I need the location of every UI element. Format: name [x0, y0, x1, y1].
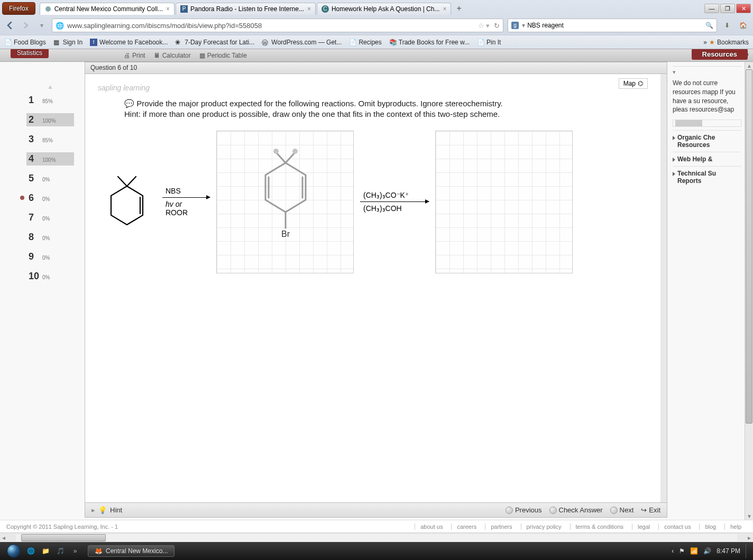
- url-bar[interactable]: 🌐 www.saplinglearning.com/ibiscms/mod/ib…: [52, 19, 503, 32]
- history-button[interactable]: ▾: [36, 20, 48, 31]
- page-vscrollbar[interactable]: ▴ ▾: [745, 62, 753, 520]
- maximize-button[interactable]: ❐: [720, 4, 735, 13]
- footer-link[interactable]: partners: [485, 524, 517, 530]
- reagent-1: NBS hv or ROOR: [162, 187, 210, 217]
- question-nav-item-4[interactable]: 4100%: [26, 152, 74, 166]
- firefox-menu-button[interactable]: Firefox: [2, 2, 35, 15]
- question-number: 6: [29, 192, 42, 204]
- start-button[interactable]: [3, 543, 24, 559]
- footer-link[interactable]: blog: [699, 524, 721, 530]
- nav-up-arrow[interactable]: ▲: [26, 83, 74, 90]
- tab-2[interactable]: P Pandora Radio - Listen to Free Interne…: [176, 3, 316, 15]
- bookmark-forecast[interactable]: ❀7-Day Forecast for Lati...: [175, 39, 254, 46]
- periodic-table-button[interactable]: ▦ Periodic Table: [199, 52, 247, 59]
- print-button[interactable]: 🖨 Print: [124, 52, 145, 59]
- tab-2-close[interactable]: ×: [307, 5, 311, 13]
- question-nav-item-7[interactable]: 70%: [26, 211, 74, 224]
- chegg-favicon: C: [322, 5, 329, 13]
- tray-network-icon[interactable]: 📶: [690, 547, 698, 555]
- resource-link-webhelp[interactable]: Web Help &: [673, 152, 741, 166]
- arrow-icon: [162, 197, 210, 198]
- search-engine-icon[interactable]: g: [511, 22, 519, 29]
- map-button[interactable]: Map ⌬: [619, 78, 648, 89]
- search-go-icon[interactable]: 🔍: [705, 22, 713, 29]
- bookmark-pin-it[interactable]: 📄Pin It: [477, 39, 501, 46]
- question-number: 4: [29, 153, 42, 164]
- copyright-text: Copyright © 2011 Sapling Learning, Inc. …: [6, 524, 118, 530]
- taskbar-app-firefox[interactable]: 🦊 Central New Mexico...: [88, 545, 175, 557]
- reload-icon[interactable]: ↻: [494, 22, 500, 30]
- question-nav-item-2[interactable]: 2100%: [26, 113, 74, 126]
- footer-link[interactable]: careers: [451, 524, 482, 530]
- minimize-button[interactable]: —: [704, 4, 719, 13]
- question-nav-item-9[interactable]: 90%: [26, 250, 74, 263]
- tab-1-close[interactable]: ×: [166, 5, 170, 13]
- question-nav-item-6[interactable]: 60%: [26, 191, 74, 205]
- question-number: 10: [29, 271, 42, 282]
- footer-link[interactable]: privacy policy: [521, 524, 567, 530]
- bookmark-recipes[interactable]: 📄Recipes: [349, 39, 381, 46]
- page-hscrollbar[interactable]: ◂ ▸: [0, 533, 753, 542]
- question-nav-item-3[interactable]: 385%: [26, 133, 74, 146]
- svg-point-0: [45, 6, 51, 12]
- statistics-button[interactable]: Statistics: [11, 49, 49, 58]
- home-button[interactable]: 🏠: [737, 20, 749, 31]
- svg-line-7: [286, 152, 295, 163]
- footer-link[interactable]: contact us: [658, 524, 696, 530]
- tab-3[interactable]: C Homework Help Ask A Question | Ch... ×: [317, 3, 452, 15]
- flower-icon: ❀: [175, 39, 182, 46]
- tab-1[interactable]: Central New Mexico Community Coll... ×: [40, 3, 175, 15]
- calculator-button[interactable]: 🖩 Calculator: [154, 52, 191, 59]
- bookmarks-overflow[interactable]: » ★Bookmarks: [703, 39, 749, 46]
- question-nav-item-8[interactable]: 80%: [26, 231, 74, 244]
- tab-3-close[interactable]: ×: [443, 5, 446, 13]
- resource-link-organic[interactable]: Organic Che Resources: [673, 130, 741, 152]
- resource-link-technical[interactable]: Technical Su Reports: [673, 166, 741, 188]
- search-bar[interactable]: g ▾ 🔍: [508, 19, 717, 32]
- forward-button[interactable]: [20, 20, 32, 31]
- bookmark-trade-books[interactable]: 📚Trade Books for Free w...: [389, 39, 470, 46]
- taskbar-media-icon[interactable]: 🎵: [54, 545, 67, 557]
- footer-link[interactable]: help: [724, 524, 747, 530]
- previous-button[interactable]: Previous: [506, 506, 542, 514]
- hint-button[interactable]: Hint: [110, 506, 122, 514]
- exit-button[interactable]: ↪Exit: [641, 506, 660, 514]
- tray-flag-icon[interactable]: ⚑: [679, 547, 685, 555]
- question-nav-item-1[interactable]: 185%: [26, 94, 74, 107]
- bookmark-sign-in[interactable]: ▦Sign In: [53, 39, 82, 46]
- footer-links: about uscareerspartnersprivacy policyter…: [415, 524, 747, 530]
- bookmark-food-blogs[interactable]: 📄Food Blogs: [4, 39, 46, 46]
- downloads-button[interactable]: ⬇: [721, 20, 733, 31]
- resources-scrollbar[interactable]: [673, 120, 741, 127]
- bookmark-facebook[interactable]: fWelcome to Facebook...: [90, 39, 168, 46]
- footer-link[interactable]: terms & conditions: [570, 524, 629, 530]
- question-nav-item-5[interactable]: 50%: [26, 172, 74, 185]
- taskbar-explorer-icon[interactable]: 📁: [39, 545, 52, 557]
- show-desktop-button[interactable]: [746, 544, 750, 558]
- expand-icon[interactable]: ▸: [91, 506, 95, 514]
- intermediate-draw-area[interactable]: Br: [216, 131, 354, 273]
- back-button[interactable]: [4, 20, 16, 31]
- site-identity-icon: 🌐: [56, 22, 64, 30]
- question-nav-item-10[interactable]: 100%: [26, 270, 74, 283]
- tray-clock[interactable]: 8:47 PM: [717, 547, 740, 555]
- product-draw-area[interactable]: [435, 131, 573, 273]
- resources-dropdown[interactable]: ▾: [673, 66, 741, 76]
- resources-button[interactable]: Resources: [692, 49, 748, 60]
- tray-volume-icon[interactable]: 🔊: [703, 547, 711, 555]
- next-button[interactable]: Next: [610, 506, 634, 514]
- new-tab-button[interactable]: +: [452, 3, 465, 14]
- footer-link[interactable]: legal: [632, 524, 655, 530]
- check-answer-button[interactable]: Check Answer: [549, 506, 603, 514]
- tray-up-icon[interactable]: ‹: [672, 547, 674, 555]
- close-window-button[interactable]: ✕: [736, 4, 751, 13]
- footer-link[interactable]: about us: [415, 524, 448, 530]
- taskbar-ie-icon[interactable]: 🌐: [24, 545, 37, 557]
- bookmark-star-icon[interactable]: ☆ ▾: [478, 22, 490, 30]
- reaction-scheme: NBS hv or ROOR: [98, 131, 648, 273]
- bookmark-wordpress[interactable]: ⓌWordPress.com — Get...: [262, 39, 342, 46]
- app-toolbar: Statistics 🖨 Print 🖩 Calculator ▦ Period…: [0, 49, 753, 62]
- search-input[interactable]: [527, 22, 703, 29]
- question-percent: 85%: [42, 137, 53, 143]
- taskbar-more-icon[interactable]: »: [69, 545, 81, 557]
